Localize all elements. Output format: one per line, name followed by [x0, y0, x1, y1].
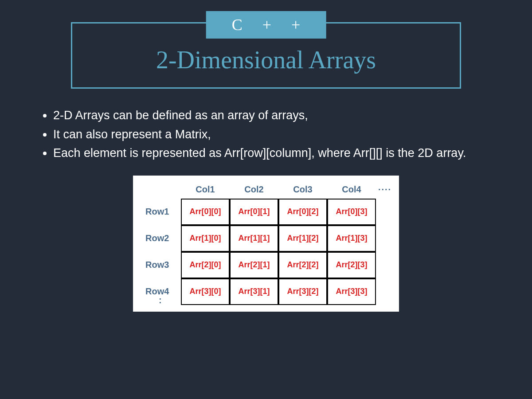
- matrix-cell: Arr[2][1]: [230, 252, 278, 278]
- row-header: Row2: [141, 233, 169, 243]
- matrix-cell: Arr[1][0]: [181, 225, 230, 252]
- matrix-grid: Col1 Col2 Col3 Col4 ···· Row1 Arr[0][0] …: [141, 181, 391, 305]
- col-header: Col1: [196, 184, 215, 195]
- matrix-cell: Arr[3][0]: [181, 278, 230, 305]
- matrix-cell: Arr[3][1]: [230, 278, 278, 305]
- bullet-item: 2-D Arrays can be defined as an array of…: [53, 106, 497, 125]
- title-container: C + + 2-Dimensional Arrays: [71, 22, 461, 89]
- matrix-cell: Arr[0][1]: [230, 199, 278, 225]
- col-dots: ····: [378, 184, 391, 195]
- bullet-list: 2-D Arrays can be defined as an array of…: [44, 106, 497, 162]
- matrix-cell: Arr[1][1]: [230, 225, 278, 252]
- col-header: Col4: [342, 184, 361, 195]
- matrix-cell: Arr[1][2]: [278, 225, 327, 252]
- language-badge: C + +: [206, 11, 326, 39]
- page-title: 2-Dimensional Arrays: [86, 46, 446, 74]
- row-header: Row1: [141, 207, 169, 217]
- matrix-cell: Arr[2][3]: [327, 252, 376, 278]
- bullet-item: It can also represent a Matrix,: [53, 125, 497, 144]
- matrix-cell: Arr[0][0]: [181, 199, 230, 225]
- matrix-cell: Arr[1][3]: [327, 225, 376, 252]
- bullet-item: Each element is represented as Arr[row][…: [53, 144, 497, 162]
- matrix-cell: Arr[2][2]: [278, 252, 327, 278]
- row-header: Row3: [141, 260, 169, 270]
- matrix-diagram: Col1 Col2 Col3 Col4 ···· Row1 Arr[0][0] …: [133, 176, 399, 312]
- matrix-cell: Arr[0][2]: [278, 199, 327, 225]
- row-header: Row4: [141, 286, 169, 297]
- matrix-cell: Arr[2][0]: [181, 252, 230, 278]
- matrix-cell: Arr[0][3]: [327, 199, 376, 225]
- matrix-cell: Arr[3][2]: [278, 278, 327, 305]
- matrix-cell: Arr[3][3]: [327, 278, 376, 305]
- col-header: Col2: [244, 184, 263, 195]
- col-header: Col3: [293, 184, 312, 195]
